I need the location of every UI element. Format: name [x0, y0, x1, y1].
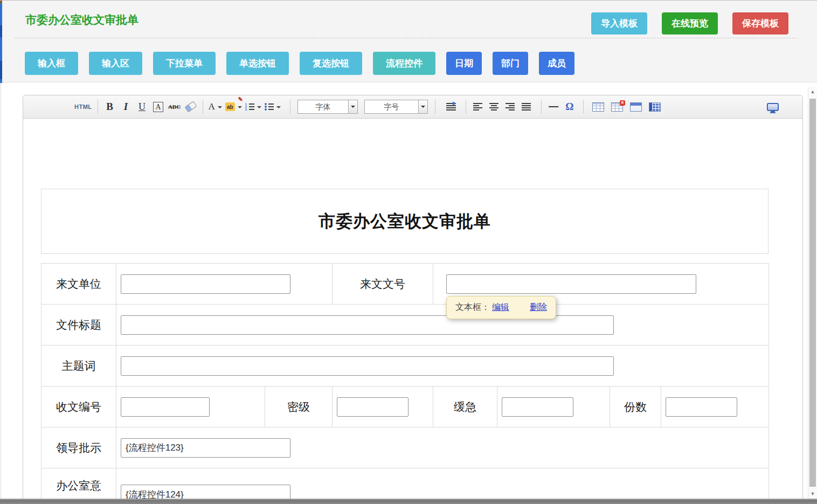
html-source-button[interactable]: HTML — [74, 99, 92, 114]
tooltip-label: 文本框： — [455, 302, 490, 312]
receipt-number-input[interactable] — [121, 397, 210, 417]
indent-icon — [446, 103, 456, 111]
header-actions: 导入模板 在线预览 保存模板 — [591, 12, 788, 34]
chevron-down-icon — [351, 106, 355, 110]
table-row: 文件标题 — [41, 305, 769, 346]
font-color-button[interactable]: A — [209, 99, 222, 114]
align-right-button[interactable] — [504, 99, 517, 114]
widget-button-date[interactable]: 日期 — [446, 52, 482, 75]
underline-button[interactable]: U — [136, 99, 149, 114]
widget-button-input-box[interactable]: 输入框 — [25, 52, 78, 75]
chevron-down-icon — [276, 106, 281, 111]
delete-table-button[interactable] — [611, 99, 624, 114]
widget-button-department[interactable]: 部门 — [493, 52, 528, 75]
align-left-button[interactable] — [472, 99, 484, 114]
omega-icon: Ω — [565, 101, 573, 113]
fullscreen-button[interactable] — [766, 99, 779, 114]
align-center-button[interactable] — [488, 99, 501, 114]
font-family-select[interactable]: 字体 — [297, 100, 358, 114]
toolbar-separator — [290, 100, 290, 114]
justify-button[interactable] — [520, 99, 533, 114]
editor-content[interactable]: 市委办公室收文审批单 来文单位 来文文号 — [23, 119, 802, 504]
keywords-input[interactable] — [121, 356, 614, 376]
unordered-list-icon — [265, 103, 274, 111]
row4-label-copies: 份数 — [610, 386, 661, 427]
page-title: 市委办公室收文审批单 — [25, 12, 139, 27]
row2-cell — [116, 305, 769, 346]
urgency-input[interactable] — [502, 397, 573, 417]
html-source-icon: HTML — [74, 103, 92, 110]
eraser-icon — [184, 101, 197, 112]
form-title-box: 市委办公室收文审批单 — [41, 189, 768, 254]
doc-number-input[interactable] — [446, 274, 696, 294]
italic-button[interactable]: I — [120, 99, 133, 114]
table-row: 收文编号 密级 缓急 份数 — [41, 386, 769, 427]
font-size-select[interactable]: 字号 — [364, 100, 428, 114]
field-tooltip: 文本框：编辑删除 — [446, 296, 556, 319]
table-row: 领导批示 — [41, 427, 769, 468]
font-size-value: 字号 — [365, 100, 418, 113]
widget-button-member[interactable]: 成员 — [539, 52, 574, 75]
horizontal-rule-button[interactable] — [547, 99, 560, 114]
chevron-down-icon — [421, 106, 425, 110]
row5-cell — [116, 427, 769, 468]
widget-button-radio[interactable]: 单选按钮 — [226, 52, 289, 75]
align-center-icon — [489, 103, 498, 111]
scrollbar-thumb[interactable] — [809, 99, 816, 487]
indent-button[interactable] — [445, 99, 458, 114]
cell-properties-button[interactable] — [629, 99, 642, 114]
header: 市委办公室收文审批单 导入模板 在线预览 保存模板 输入框 输入区 下拉菜单 单… — [0, 1, 817, 82]
edit-link[interactable]: 编辑 — [492, 302, 509, 312]
copies-input[interactable] — [666, 397, 737, 417]
widget-button-flow-control[interactable]: 流程控件 — [373, 52, 435, 75]
scroll-down-arrow-icon[interactable]: ▼ — [808, 489, 817, 499]
toolbar-separator — [98, 100, 98, 114]
unordered-list-button[interactable] — [265, 99, 281, 114]
font-size-dropdown-button[interactable] — [418, 100, 427, 113]
row4-label-urgency: 缓急 — [433, 386, 497, 427]
table-delete-icon — [611, 102, 623, 112]
online-preview-button[interactable]: 在线预览 — [662, 12, 718, 34]
import-template-button[interactable]: 导入模板 — [591, 12, 647, 34]
row4-cell — [661, 386, 769, 427]
widget-button-dropdown[interactable]: 下拉菜单 — [153, 52, 216, 75]
row4-cell — [333, 386, 433, 427]
leader-comments-input[interactable] — [121, 438, 290, 458]
font-family-dropdown-button[interactable] — [348, 100, 357, 113]
toolbar-separator — [583, 100, 584, 114]
row4-cell — [497, 386, 610, 427]
strikethrough-button[interactable]: ABC — [168, 99, 181, 114]
bottom-window-bar — [0, 499, 817, 504]
table-properties-button[interactable] — [648, 99, 661, 114]
ordered-list-button[interactable] — [245, 99, 261, 114]
widget-button-checkbox[interactable]: 复选按钮 — [300, 52, 362, 75]
vertical-scrollbar[interactable]: ▲ ▼ — [808, 87, 817, 499]
row4-cell — [116, 386, 265, 427]
scroll-up-arrow-icon[interactable]: ▲ — [808, 87, 817, 96]
ordered-list-icon — [245, 103, 254, 111]
insert-table-button[interactable] — [592, 99, 605, 114]
align-left-icon — [473, 103, 482, 111]
remove-format-button[interactable] — [184, 99, 197, 114]
rich-text-editor: HTML B I U A ABC A — [23, 95, 803, 504]
row4-label-secrecy: 密级 — [265, 386, 333, 427]
row1-label-source-unit: 来文单位 — [41, 264, 116, 305]
special-char-button[interactable]: Ω — [563, 99, 576, 114]
toolbar-separator — [203, 100, 203, 114]
table-row: 来文单位 来文文号 — [41, 264, 769, 305]
bold-button[interactable]: B — [103, 99, 116, 114]
format-block-button[interactable]: A — [152, 99, 165, 114]
fullscreen-monitor-icon — [767, 103, 779, 111]
highlight-color-button[interactable]: ab — [225, 99, 242, 114]
secrecy-input[interactable] — [337, 397, 408, 417]
table-icon — [592, 102, 604, 112]
save-template-button[interactable]: 保存模板 — [732, 12, 788, 34]
toolbar-separator — [541, 100, 542, 114]
source-unit-input[interactable] — [121, 274, 290, 294]
toolbar-separator — [466, 100, 466, 114]
delete-link[interactable]: 删除 — [530, 302, 547, 312]
italic-icon: I — [124, 101, 128, 113]
row3-cell — [116, 346, 769, 386]
horizontal-rule-icon — [549, 106, 558, 107]
widget-button-textarea[interactable]: 输入区 — [89, 52, 142, 75]
